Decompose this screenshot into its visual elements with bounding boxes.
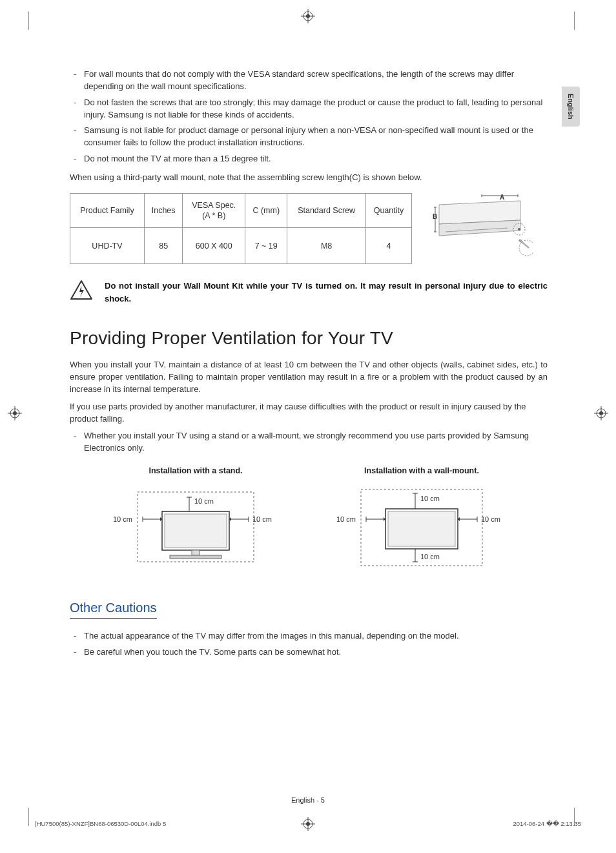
- language-tab: English: [562, 87, 580, 127]
- table-header: Standard Screw: [287, 193, 366, 228]
- table-header: Quantity: [365, 193, 411, 228]
- svg-text:10 cm: 10 cm: [113, 515, 132, 523]
- svg-text:10 cm: 10 cm: [252, 515, 272, 523]
- page-number: English - 5: [0, 796, 616, 804]
- crop-mark: [28, 808, 29, 826]
- ventilation-p2: If you use parts provided by another man…: [70, 401, 548, 426]
- stand-install-col: Installation with a stand. 10 cm 10 cm: [99, 466, 293, 571]
- vesa-spec-table: Product Family Inches VESA Spec. (A * B)…: [70, 193, 412, 265]
- table-cell: M8: [287, 228, 366, 264]
- svg-text:10 cm: 10 cm: [420, 495, 440, 502]
- svg-marker-31: [79, 285, 84, 297]
- list-item: For wall mounts that do not comply with …: [70, 68, 548, 93]
- list-item: Be careful when you touch the TV. Some p…: [70, 646, 548, 659]
- table-header: VESA Spec. (A * B): [183, 193, 245, 228]
- svg-rect-50: [388, 511, 455, 546]
- label-a: A: [500, 194, 504, 201]
- wall-install-col: Installation with a wall-mount. 10 cm 10…: [325, 466, 518, 571]
- table-cell: 7 ~ 19: [245, 228, 287, 264]
- table-header: Inches: [144, 193, 182, 228]
- svg-text:10 cm: 10 cm: [194, 497, 214, 505]
- crop-mark: [574, 12, 575, 30]
- ventilation-p1: When you install your TV, maintain a dis…: [70, 359, 548, 396]
- svg-rect-28: [519, 240, 529, 248]
- stand-diagram: 10 cm 10 cm 10 cm: [105, 480, 286, 571]
- table-cell: 600 X 400: [183, 228, 245, 264]
- table-cell: 85: [144, 228, 182, 264]
- svg-point-3: [306, 14, 310, 18]
- stand-caption: Installation with a stand.: [99, 466, 293, 475]
- ventilation-bullets: Whether you install your TV using a stan…: [70, 430, 548, 455]
- warning-triangle-icon: [70, 280, 93, 302]
- svg-text:10 cm: 10 cm: [336, 515, 356, 523]
- svg-point-26: [518, 228, 520, 231]
- table-header: Product Family: [70, 193, 145, 228]
- wall-caption: Installation with a wall-mount.: [325, 466, 518, 475]
- svg-point-11: [599, 411, 603, 415]
- vesa-bracket-diagram: A B: [430, 193, 533, 264]
- registration-mark-icon: [301, 9, 315, 23]
- registration-mark-icon: [594, 406, 608, 420]
- svg-point-7: [13, 411, 17, 415]
- svg-rect-34: [165, 514, 227, 548]
- table-row: UHD-TV 85 600 X 400 7 ~ 19 M8 4: [70, 228, 412, 264]
- list-item: Do not fasten the screws that are too st…: [70, 97, 548, 121]
- svg-rect-35: [192, 550, 200, 555]
- registration-mark-icon: [8, 406, 22, 420]
- svg-text:10 cm: 10 cm: [481, 515, 500, 523]
- list-item: Samsung is not liable for product damage…: [70, 125, 548, 149]
- svg-text:10 cm: 10 cm: [420, 553, 440, 560]
- installation-diagrams: Installation with a stand. 10 cm 10 cm: [70, 466, 548, 571]
- table-cell: 4: [365, 228, 411, 264]
- third-party-note: When using a third-party wall mount, not…: [70, 172, 548, 184]
- list-item: Whether you install your TV using a stan…: [70, 430, 548, 455]
- page-content: For wall mounts that do not comply with …: [70, 65, 548, 665]
- crop-mark: [28, 12, 29, 30]
- table-header: C (mm): [245, 193, 287, 228]
- table-cell: UHD-TV: [70, 228, 145, 264]
- shock-warning-text: Do not install your Wall Mount Kit while…: [105, 280, 548, 305]
- shock-warning: Do not install your Wall Mount Kit while…: [70, 280, 548, 305]
- wall-diagram: 10 cm 10 cm 10 cm 10 cm: [331, 480, 512, 571]
- top-warning-list: For wall mounts that do not comply with …: [70, 68, 548, 165]
- ventilation-heading: Providing Proper Ventilation for Your TV: [70, 328, 548, 349]
- svg-rect-36: [170, 555, 221, 559]
- footer-stamp: 2014-06-24 �� 2:13:35: [513, 820, 581, 827]
- other-cautions-list: The actual appearance of the TV may diff…: [70, 630, 548, 659]
- footer-meta: [HU7500(85)-XNZF]BN68-06530D-00L04.indb …: [35, 820, 581, 827]
- list-item: The actual appearance of the TV may diff…: [70, 630, 548, 642]
- footer-file: [HU7500(85)-XNZF]BN68-06530D-00L04.indb …: [35, 820, 166, 827]
- other-cautions-heading: Other Cautions: [70, 601, 157, 619]
- language-tab-label: English: [567, 94, 575, 119]
- list-item: Do not mount the TV at more than a 15 de…: [70, 153, 548, 165]
